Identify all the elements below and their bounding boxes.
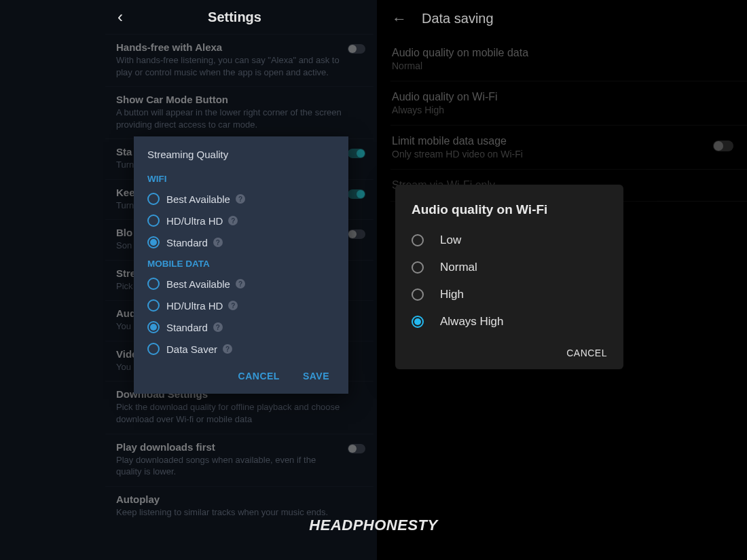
data-saving-row[interactable]: Limit mobile data usageOnly stream HD vi… [390, 126, 747, 170]
setting-desc: Pick the download quality for offline pl… [116, 401, 359, 425]
cancel-button[interactable]: CANCEL [238, 371, 280, 381]
row-subtitle: Always High [392, 105, 498, 115]
radio-label: Data Saver [166, 343, 217, 355]
radio-label: Best Available [166, 193, 230, 205]
radio-option[interactable]: Normal [412, 254, 607, 281]
radio-option[interactable]: Best Available? [134, 273, 348, 295]
toggle-switch[interactable] [348, 149, 365, 158]
help-icon[interactable]: ? [236, 279, 245, 288]
row-title: Audio quality on Wi-Fi [392, 91, 498, 103]
data-saving-title: Data saving [422, 11, 494, 26]
setting-title: Show Car Mode Button [116, 94, 359, 105]
setting-row[interactable]: Show Car Mode ButtonA button will appear… [105, 86, 374, 138]
help-icon[interactable]: ? [213, 238, 223, 247]
toggle-switch[interactable] [348, 444, 365, 453]
radio-label: High [440, 288, 464, 301]
setting-title: Autoplay [116, 493, 359, 505]
cancel-button[interactable]: CANCEL [566, 348, 607, 358]
dialog-actions: CANCEL [412, 335, 607, 358]
dialog-title: Streaming Quality [134, 149, 348, 168]
setting-desc: A button will appear in the lower right … [116, 107, 359, 130]
radio-icon [147, 236, 160, 248]
help-icon[interactable]: ? [223, 344, 232, 354]
toggle-switch[interactable] [348, 189, 365, 199]
setting-row[interactable]: Hands-free with AlexaWith hands-free lis… [105, 34, 374, 86]
radio-icon [147, 299, 160, 312]
toggle-switch[interactable] [348, 229, 365, 239]
data-saving-row[interactable]: Audio quality on mobile dataNormal [390, 37, 747, 81]
radio-label: HD/Ultra HD [166, 300, 223, 312]
mobile-data-section-label: MOBILE DATA [134, 253, 348, 273]
dialog-title: Audio quality on Wi-Fi [412, 202, 607, 217]
streaming-quality-dialog: Streaming Quality WIFI Best Available?HD… [134, 136, 348, 394]
data-saving-row[interactable]: Audio quality on Wi-FiAlways High [390, 81, 747, 126]
setting-title: Hands-free with Alexa [116, 41, 341, 53]
radio-option[interactable]: Best Available? [134, 188, 348, 210]
data-saving-header: ← Data saving [390, 0, 747, 37]
radio-label: Standard [166, 322, 208, 333]
radio-label: Standard [166, 237, 208, 248]
radio-icon [147, 278, 160, 290]
radio-option[interactable]: HD/Ultra HD? [134, 295, 348, 316]
radio-option[interactable]: High [412, 281, 607, 308]
radio-icon [412, 234, 424, 246]
setting-desc: With hands-free listening, you can say "… [116, 54, 341, 78]
help-icon[interactable]: ? [213, 322, 223, 332]
dialog-actions: CANCEL SAVE [134, 360, 348, 384]
save-button[interactable]: SAVE [303, 371, 329, 381]
radio-label: Best Available [166, 278, 230, 290]
radio-icon [412, 288, 424, 301]
wifi-section-label: WIFI [134, 168, 348, 188]
row-subtitle: Normal [392, 60, 528, 71]
radio-label: Normal [440, 261, 477, 274]
audio-quality-wifi-dialog: Audio quality on Wi-Fi LowNormalHighAlwa… [395, 185, 623, 369]
radio-label: Low [440, 234, 461, 247]
radio-icon [412, 261, 424, 274]
radio-icon [147, 343, 160, 355]
radio-option[interactable]: Always High [412, 308, 607, 335]
toggle-switch[interactable] [713, 141, 733, 151]
back-arrow-icon[interactable]: ← [392, 10, 407, 28]
radio-label: Always High [440, 315, 504, 329]
radio-option[interactable]: Standard? [134, 316, 348, 338]
help-icon[interactable]: ? [228, 301, 238, 310]
watermark: HEADPHONESTY [309, 517, 437, 534]
toggle-switch[interactable] [348, 44, 365, 54]
radio-option[interactable]: Low [412, 227, 607, 254]
row-title: Limit mobile data usage [392, 135, 523, 147]
radio-option[interactable]: Data Saver? [134, 338, 348, 360]
radio-icon [147, 214, 160, 227]
help-icon[interactable]: ? [236, 194, 245, 204]
radio-icon [147, 321, 160, 333]
radio-label: HD/Ultra HD [166, 215, 223, 227]
row-subtitle: Only stream HD video on Wi-Fi [392, 149, 523, 160]
radio-option[interactable]: Standard? [134, 231, 348, 253]
radio-option[interactable]: HD/Ultra HD? [134, 210, 348, 231]
help-icon[interactable]: ? [228, 216, 238, 225]
radio-icon [147, 193, 160, 205]
back-icon[interactable]: ‹ [117, 7, 123, 26]
radio-icon [412, 316, 424, 328]
setting-desc: Play downloaded songs when available, ev… [116, 454, 341, 478]
row-title: Audio quality on mobile data [392, 47, 528, 59]
setting-title: Play downloads first [116, 441, 341, 453]
settings-title: Settings [123, 10, 346, 25]
settings-header: ‹ Settings [105, 0, 374, 34]
setting-row[interactable]: Play downloads firstPlay downloaded song… [105, 434, 374, 486]
